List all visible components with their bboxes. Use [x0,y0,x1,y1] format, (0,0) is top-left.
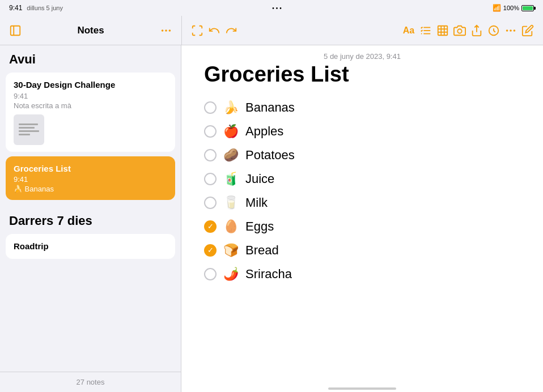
sidebar-toggle-button[interactable] [7,22,24,39]
note-checklist: 🍌 Bananas 🍎 Apples 🥔 Potatoes [181,96,543,389]
toolbar-more-button[interactable] [158,22,175,39]
emoji-bananas: 🍌 [223,100,239,115]
note-date: 5 de juny de 2023, 9:41 [181,45,543,63]
battery-percent: 100% [503,5,519,11]
svg-point-8 [421,33,422,34]
note-time-groceries: 9:41 [14,175,167,184]
content-area: Avui 30-Day Design Challenge 9:41 Nota e… [0,45,543,392]
status-dots: ••• [272,5,283,11]
svg-rect-9 [438,25,448,35]
text-sriracha: Sriracha [245,267,292,282]
note-item-design-challenge[interactable]: 30-Day Design Challenge 9:41 Nota escrit… [6,73,175,152]
svg-point-17 [510,30,511,31]
wifi-icon: 📶 [493,4,501,12]
redo-button[interactable] [223,22,240,39]
check-circle-milk[interactable] [204,197,217,209]
status-bar-center: ••• [272,5,283,11]
note-item-groceries[interactable]: Groceries List 9:41 🍌 Bananas [6,156,175,201]
note-thumb-design-challenge [14,114,44,145]
list-item: 🍎 Apples [204,120,520,143]
status-bar-left: 9:41 dilluns 5 juny [9,4,63,12]
battery-icon [521,5,534,11]
list-item: 🥛 Milk [204,191,520,215]
new-note-button[interactable] [519,22,536,39]
table-button[interactable] [434,22,451,39]
list-item: ✓ 🍞 Bread [204,238,520,262]
svg-point-19 [507,30,508,31]
note-main-title[interactable]: Groceries List [181,63,543,96]
svg-rect-0 [11,25,20,35]
svg-point-3 [169,30,171,31]
emoji-juice: 🧃 [223,172,239,186]
check-circle-sriracha[interactable] [204,268,217,280]
note-title-design-challenge: 30-Day Design Challenge [14,79,167,91]
share-button[interactable] [468,22,485,39]
check-circle-bananas[interactable] [204,101,217,114]
status-day: dilluns 5 juny [27,5,63,11]
note-item-roadtrip[interactable]: Roadtrip [6,234,175,259]
toolbar-title: Notes [28,25,153,36]
home-indicator-bar [181,389,543,392]
toolbar-note-actions: Aa [182,22,543,39]
list-item: 🥔 Potatoes [204,143,520,167]
status-time: 9:41 [9,4,22,12]
text-eggs: Eggs [245,219,274,234]
emoji-sriracha: 🌶️ [223,267,239,282]
text-potatoes: Potatoes [245,148,295,163]
svg-point-14 [457,29,461,33]
checklist-button[interactable] [417,22,434,39]
app-container: Notes [0,16,543,392]
note-time-design-challenge: 9:41 [14,92,167,100]
toolbar: Notes [0,16,543,45]
toolbar-left: Notes [0,22,181,39]
list-item: 🧃 Juice [204,167,520,191]
status-bar-right: 📶 100% [493,4,534,12]
svg-point-18 [514,30,515,31]
text-juice: Juice [245,172,274,186]
list-item: 🍌 Bananas [204,96,520,120]
format-text-button[interactable]: Aa [400,22,417,39]
text-bananas: Bananas [245,100,295,115]
note-title-roadtrip: Roadtrip [14,241,167,252]
emoji-bread: 🍞 [223,243,239,258]
svg-point-4 [162,30,163,31]
note-preview-design-challenge: Nota escrita a mà [14,101,167,110]
emoji-milk: 🥛 [223,195,239,210]
notes-count: 27 notes [0,372,181,392]
emoji-eggs: 🥚 [223,219,239,234]
markup-button[interactable] [485,22,502,39]
list-item: ✓ 🥚 Eggs [204,215,520,238]
undo-button[interactable] [206,22,223,39]
text-bread: Bread [245,243,279,258]
check-circle-potatoes[interactable] [204,149,217,161]
sidebar: Avui 30-Day Design Challenge 9:41 Nota e… [0,45,181,392]
check-circle-apples[interactable] [204,125,217,138]
text-milk: Milk [245,195,268,210]
home-indicator [328,387,396,390]
status-bar: 9:41 dilluns 5 juny ••• 📶 100% [0,0,543,16]
note-title-groceries: Groceries List [14,163,167,174]
today-section-title: Avui [0,45,181,70]
check-circle-eggs[interactable]: ✓ [204,220,217,233]
later-section-title: Darrers 7 dies [0,207,181,232]
check-circle-bread[interactable]: ✓ [204,244,217,257]
note-detail: 5 de juny de 2023, 9:41 Groceries List 🍌… [181,45,543,392]
text-apples: Apples [245,124,283,139]
svg-point-2 [166,30,167,31]
check-circle-juice[interactable] [204,173,217,185]
note-preview-groceries: 🍌 Bananas [14,185,167,193]
ellipsis-button[interactable] [502,22,519,39]
list-item: 🌶️ Sriracha [204,262,520,286]
collapse-expand-button[interactable] [189,22,206,39]
emoji-apples: 🍎 [223,124,239,139]
camera-button[interactable] [451,22,468,39]
emoji-potatoes: 🥔 [223,148,239,163]
